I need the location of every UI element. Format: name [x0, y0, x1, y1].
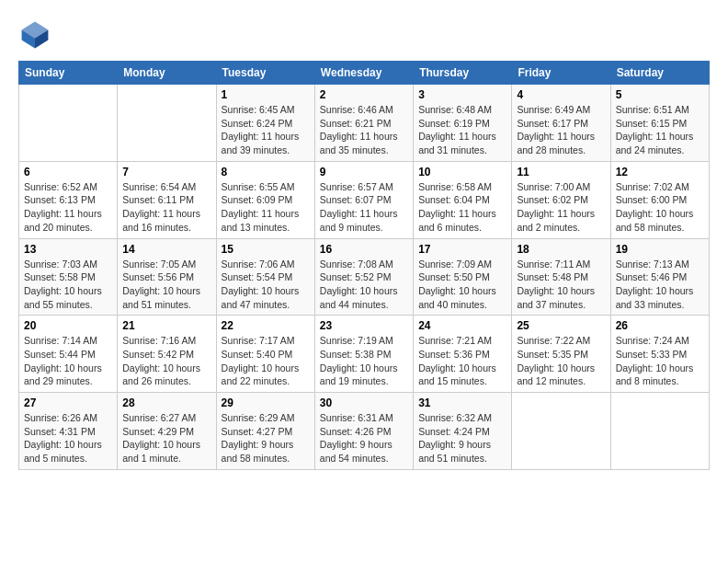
day-number: 8 [222, 166, 310, 178]
day-info: Sunrise: 7:05 AM Sunset: 5:56 PM Dayligh… [122, 258, 210, 312]
calendar-cell: 24Sunrise: 7:21 AM Sunset: 5:36 PM Dayli… [414, 316, 512, 393]
calendar-cell: 22Sunrise: 7:17 AM Sunset: 5:40 PM Dayli… [216, 316, 314, 393]
day-number: 14 [122, 243, 210, 256]
day-number: 4 [517, 88, 605, 101]
day-header-thursday: Thursday [414, 62, 512, 85]
calendar-cell: 25Sunrise: 7:22 AM Sunset: 5:35 PM Dayli… [512, 316, 610, 393]
day-number: 23 [320, 319, 408, 332]
day-info: Sunrise: 6:58 AM Sunset: 6:04 PM Dayligh… [418, 180, 506, 235]
day-number: 11 [517, 166, 605, 178]
calendar-cell [118, 85, 216, 162]
day-header-wednesday: Wednesday [314, 62, 413, 85]
day-info: Sunrise: 6:51 AM Sunset: 6:15 PM Dayligh… [616, 103, 704, 157]
day-number: 3 [418, 88, 506, 101]
day-info: Sunrise: 7:09 AM Sunset: 5:50 PM Dayligh… [418, 258, 506, 312]
day-header-friday: Friday [512, 62, 610, 85]
calendar-cell: 29Sunrise: 6:29 AM Sunset: 4:27 PM Dayli… [216, 393, 314, 470]
calendar-table: SundayMondayTuesdayWednesdayThursdayFrid… [18, 61, 710, 470]
calendar-cell: 19Sunrise: 7:13 AM Sunset: 5:46 PM Dayli… [610, 238, 709, 316]
calendar-cell: 27Sunrise: 6:26 AM Sunset: 4:31 PM Dayli… [19, 393, 118, 470]
calendar-cell: 3Sunrise: 6:48 AM Sunset: 6:19 PM Daylig… [414, 85, 512, 162]
day-info: Sunrise: 7:06 AM Sunset: 5:54 PM Dayligh… [222, 258, 310, 312]
day-number: 16 [320, 243, 408, 256]
calendar-cell: 28Sunrise: 6:27 AM Sunset: 4:29 PM Dayli… [118, 393, 216, 470]
calendar-cell: 21Sunrise: 7:16 AM Sunset: 5:42 PM Dayli… [118, 316, 216, 393]
calendar-cell: 6Sunrise: 6:52 AM Sunset: 6:13 PM Daylig… [19, 161, 118, 238]
calendar-week-5: 27Sunrise: 6:26 AM Sunset: 4:31 PM Dayli… [19, 393, 710, 470]
calendar-cell: 30Sunrise: 6:31 AM Sunset: 4:26 PM Dayli… [314, 393, 413, 470]
day-info: Sunrise: 7:00 AM Sunset: 6:02 PM Dayligh… [517, 180, 605, 235]
day-number: 17 [418, 243, 506, 256]
day-info: Sunrise: 6:29 AM Sunset: 4:27 PM Dayligh… [222, 411, 310, 465]
day-number: 26 [616, 319, 704, 332]
day-number: 6 [24, 166, 112, 178]
calendar-cell: 23Sunrise: 7:19 AM Sunset: 5:38 PM Dayli… [314, 316, 413, 393]
day-number: 7 [122, 166, 210, 178]
calendar-cell: 1Sunrise: 6:45 AM Sunset: 6:24 PM Daylig… [216, 85, 314, 162]
calendar-week-2: 6Sunrise: 6:52 AM Sunset: 6:13 PM Daylig… [19, 161, 710, 238]
calendar-header-row: SundayMondayTuesdayWednesdayThursdayFrid… [19, 62, 710, 85]
day-number: 22 [222, 319, 310, 332]
calendar-cell: 15Sunrise: 7:06 AM Sunset: 5:54 PM Dayli… [216, 238, 314, 316]
day-number: 25 [517, 319, 605, 332]
day-info: Sunrise: 6:31 AM Sunset: 4:26 PM Dayligh… [320, 411, 408, 465]
day-info: Sunrise: 7:03 AM Sunset: 5:58 PM Dayligh… [24, 258, 112, 312]
day-info: Sunrise: 6:57 AM Sunset: 6:07 PM Dayligh… [320, 180, 408, 235]
day-number: 24 [418, 319, 506, 332]
day-header-saturday: Saturday [610, 62, 709, 85]
calendar-cell: 26Sunrise: 7:24 AM Sunset: 5:33 PM Dayli… [610, 316, 709, 393]
day-number: 20 [24, 319, 112, 332]
calendar-cell: 8Sunrise: 6:55 AM Sunset: 6:09 PM Daylig… [216, 161, 314, 238]
day-number: 1 [222, 88, 310, 101]
day-number: 12 [616, 166, 704, 178]
calendar-cell [19, 85, 118, 162]
day-number: 9 [320, 166, 408, 178]
day-info: Sunrise: 6:48 AM Sunset: 6:19 PM Dayligh… [418, 103, 506, 157]
day-info: Sunrise: 6:55 AM Sunset: 6:09 PM Dayligh… [222, 180, 310, 235]
logo [18, 18, 57, 52]
day-number: 2 [320, 88, 408, 101]
day-number: 21 [122, 319, 210, 332]
calendar-cell: 5Sunrise: 6:51 AM Sunset: 6:15 PM Daylig… [610, 85, 709, 162]
calendar-cell: 7Sunrise: 6:54 AM Sunset: 6:11 PM Daylig… [118, 161, 216, 238]
day-number: 19 [616, 243, 704, 256]
day-number: 5 [616, 88, 704, 101]
calendar-cell: 20Sunrise: 7:14 AM Sunset: 5:44 PM Dayli… [19, 316, 118, 393]
day-info: Sunrise: 7:21 AM Sunset: 5:36 PM Dayligh… [418, 334, 506, 388]
calendar-cell: 10Sunrise: 6:58 AM Sunset: 6:04 PM Dayli… [414, 161, 512, 238]
calendar-cell: 13Sunrise: 7:03 AM Sunset: 5:58 PM Dayli… [19, 238, 118, 316]
day-info: Sunrise: 6:27 AM Sunset: 4:29 PM Dayligh… [122, 411, 210, 465]
calendar-cell: 16Sunrise: 7:08 AM Sunset: 5:52 PM Dayli… [314, 238, 413, 316]
calendar-week-1: 1Sunrise: 6:45 AM Sunset: 6:24 PM Daylig… [19, 85, 710, 162]
day-number: 18 [517, 243, 605, 256]
day-info: Sunrise: 7:11 AM Sunset: 5:48 PM Dayligh… [517, 258, 605, 312]
day-info: Sunrise: 6:32 AM Sunset: 4:24 PM Dayligh… [418, 411, 506, 465]
day-number: 28 [122, 396, 210, 409]
calendar-cell: 4Sunrise: 6:49 AM Sunset: 6:17 PM Daylig… [512, 85, 610, 162]
calendar-cell: 9Sunrise: 6:57 AM Sunset: 6:07 PM Daylig… [314, 161, 413, 238]
day-info: Sunrise: 7:13 AM Sunset: 5:46 PM Dayligh… [616, 258, 704, 312]
day-header-sunday: Sunday [19, 62, 118, 85]
day-number: 15 [222, 243, 310, 256]
day-info: Sunrise: 6:54 AM Sunset: 6:11 PM Dayligh… [122, 180, 210, 235]
day-header-monday: Monday [118, 62, 216, 85]
calendar-cell: 12Sunrise: 7:02 AM Sunset: 6:00 PM Dayli… [610, 161, 709, 238]
logo-icon [18, 18, 51, 52]
day-number: 29 [222, 396, 310, 409]
day-number: 30 [320, 396, 408, 409]
calendar-cell: 2Sunrise: 6:46 AM Sunset: 6:21 PM Daylig… [314, 85, 413, 162]
calendar-cell: 17Sunrise: 7:09 AM Sunset: 5:50 PM Dayli… [414, 238, 512, 316]
calendar-week-4: 20Sunrise: 7:14 AM Sunset: 5:44 PM Dayli… [19, 316, 710, 393]
calendar-cell: 18Sunrise: 7:11 AM Sunset: 5:48 PM Dayli… [512, 238, 610, 316]
day-info: Sunrise: 7:17 AM Sunset: 5:40 PM Dayligh… [222, 334, 310, 388]
day-number: 10 [418, 166, 506, 178]
day-info: Sunrise: 6:26 AM Sunset: 4:31 PM Dayligh… [24, 411, 112, 465]
calendar-cell: 14Sunrise: 7:05 AM Sunset: 5:56 PM Dayli… [118, 238, 216, 316]
day-number: 27 [24, 396, 112, 409]
calendar-week-3: 13Sunrise: 7:03 AM Sunset: 5:58 PM Dayli… [19, 238, 710, 316]
day-info: Sunrise: 7:02 AM Sunset: 6:00 PM Dayligh… [616, 180, 704, 235]
day-number: 31 [418, 396, 506, 409]
day-info: Sunrise: 6:46 AM Sunset: 6:21 PM Dayligh… [320, 103, 408, 157]
day-number: 13 [24, 243, 112, 256]
day-info: Sunrise: 6:52 AM Sunset: 6:13 PM Dayligh… [24, 180, 112, 235]
